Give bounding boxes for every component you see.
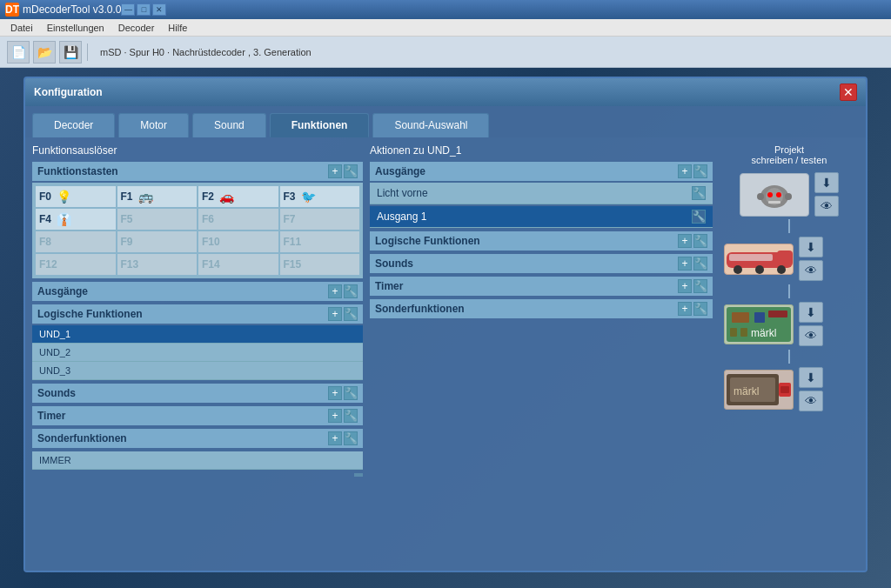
tab-decoder[interactable]: Decoder xyxy=(32,113,115,137)
svg-rect-18 xyxy=(740,328,747,337)
fkey-f9[interactable]: F9 xyxy=(117,231,198,252)
config-close-button[interactable]: ✕ xyxy=(840,84,857,101)
add-logische-left-button[interactable]: + xyxy=(328,307,342,321)
fkey-f1-label: F1 xyxy=(121,190,137,203)
svg-point-6 xyxy=(785,193,792,200)
wrench-sounds-left-button[interactable]: 🔧 xyxy=(344,386,358,400)
fkey-f13[interactable]: F13 xyxy=(117,254,198,275)
fkey-f6[interactable]: F6 xyxy=(198,209,278,230)
fkey-f11[interactable]: F11 xyxy=(280,231,360,252)
add-funktionstasten-button[interactable]: + xyxy=(328,164,342,178)
und-item-3[interactable]: UND_3 xyxy=(32,362,363,380)
view-usb-button[interactable]: 👁 xyxy=(799,391,823,411)
fkey-f7[interactable]: F7 xyxy=(280,209,360,230)
wrench-logische-mid-button[interactable]: 🔧 xyxy=(693,234,707,248)
write-label: Projektschreiben / testen xyxy=(752,144,827,165)
fkey-f1[interactable]: F1 🚌 xyxy=(117,186,198,207)
wrench-timer-mid-button[interactable]: 🔧 xyxy=(693,279,707,293)
add-sounds-mid-button[interactable]: + xyxy=(678,257,692,271)
add-sonder-mid-button[interactable]: + xyxy=(678,302,692,316)
tab-sound[interactable]: Sound xyxy=(192,113,266,137)
wrench-ausgaenge-mid-button[interactable]: 🔧 xyxy=(693,164,707,178)
wrench-ausgaenge-left-button[interactable]: 🔧 xyxy=(344,284,358,298)
fkey-f8[interactable]: F8 xyxy=(36,231,116,252)
svg-point-10 xyxy=(755,265,764,274)
immer-item[interactable]: IMMER xyxy=(32,451,363,470)
und-item-1[interactable]: UND_1 xyxy=(32,325,363,344)
section-sonder-left[interactable]: Sonderfunktionen + 🔧 xyxy=(32,429,363,448)
fkey-f4[interactable]: F4 👔 xyxy=(36,209,116,230)
add-timer-mid-button[interactable]: + xyxy=(678,279,692,293)
tab-sound-auswahl[interactable]: Sound-Auswahl xyxy=(372,113,489,137)
add-timer-left-button[interactable]: + xyxy=(328,409,342,423)
wrench-funktionstasten-button[interactable]: 🔧 xyxy=(344,164,358,178)
connector-line-3 xyxy=(788,350,790,364)
add-logische-mid-button[interactable]: + xyxy=(678,234,692,248)
download-train-button[interactable]: ⬇ xyxy=(799,237,823,257)
tab-motor[interactable]: Motor xyxy=(118,113,189,137)
fkey-f14[interactable]: F14 xyxy=(198,254,278,275)
left-panel-title: Funktionsauslöser xyxy=(32,144,363,157)
wrench-sonder-left-button[interactable]: 🔧 xyxy=(344,431,358,445)
board-image: märkl xyxy=(725,305,793,344)
view-board-button[interactable]: 👁 xyxy=(799,325,823,346)
ausgang-1-item[interactable]: Ausgang 1 🔧 xyxy=(370,206,713,228)
section-sonder-mid[interactable]: Sonderfunktionen + 🔧 xyxy=(370,299,713,318)
add-ausgaenge-left-button[interactable]: + xyxy=(328,284,342,298)
und-item-2[interactable]: UND_2 xyxy=(32,344,363,362)
svg-point-9 xyxy=(734,265,742,274)
svg-text:märkl: märkl xyxy=(734,385,759,398)
fkey-f2[interactable]: F2 🚗 xyxy=(198,186,278,207)
section-sounds-mid[interactable]: Sounds + 🔧 xyxy=(370,254,713,273)
add-sonder-left-button[interactable]: + xyxy=(328,431,342,445)
menu-einstellungen[interactable]: Einstellungen xyxy=(40,21,111,35)
wrench-logische-left-button[interactable]: 🔧 xyxy=(344,307,358,321)
section-sounds-left[interactable]: Sounds + 🔧 xyxy=(32,384,363,403)
fkey-f12[interactable]: F12 xyxy=(36,254,116,275)
titlebar: DT mDecoderTool v3.0.0 — □ ✕ xyxy=(0,0,891,19)
wrench-licht-vorne-button[interactable]: 🔧 xyxy=(692,186,706,200)
fkey-f5-label: F5 xyxy=(121,213,137,225)
minimize-button[interactable]: — xyxy=(121,3,135,16)
wrench-timer-left-button[interactable]: 🔧 xyxy=(344,409,358,423)
section-logische-left[interactable]: Logische Funktionen + 🔧 xyxy=(32,304,363,324)
fkey-f6-label: F6 xyxy=(202,213,218,225)
fkey-f15[interactable]: F15 xyxy=(280,254,360,275)
wrench-sounds-mid-button[interactable]: 🔧 xyxy=(693,257,707,271)
timer-mid-label: Timer xyxy=(375,280,676,292)
add-ausgaenge-mid-button[interactable]: + xyxy=(678,164,692,178)
open-file-button[interactable]: 📂 xyxy=(33,41,56,63)
maximize-button[interactable]: □ xyxy=(137,3,151,16)
wrench-sonder-mid-button[interactable]: 🔧 xyxy=(693,302,707,316)
fkey-f10[interactable]: F10 xyxy=(198,231,278,252)
fkey-f5[interactable]: F5 xyxy=(117,209,198,230)
close-window-button[interactable]: ✕ xyxy=(152,3,166,16)
tab-funktionen[interactable]: Funktionen xyxy=(270,113,370,137)
section-ausgaenge-mid[interactable]: Ausgänge + 🔧 xyxy=(370,162,713,181)
fkey-f3[interactable]: F3 🐦 xyxy=(280,186,360,207)
add-sounds-left-button[interactable]: + xyxy=(328,386,342,400)
window-controls[interactable]: — □ ✕ xyxy=(121,3,166,16)
download-usb-button[interactable]: ⬇ xyxy=(799,367,823,388)
menu-datei[interactable]: Datei xyxy=(3,21,40,35)
section-funktionstasten[interactable]: Funktionstasten + 🔧 xyxy=(32,162,363,181)
fkey-f13-label: F13 xyxy=(121,258,139,271)
new-file-button[interactable]: 📄 xyxy=(7,41,30,63)
menu-decoder[interactable]: Decoder xyxy=(111,21,162,35)
view-robot-button[interactable]: 👁 xyxy=(814,196,839,217)
section-logische-mid[interactable]: Logische Funktionen + 🔧 xyxy=(370,231,713,251)
section-ausgaenge-left[interactable]: Ausgänge + 🔧 xyxy=(32,282,363,301)
fkey-f0[interactable]: F0 💡 xyxy=(36,186,116,207)
download-robot-button[interactable]: ⬇ xyxy=(814,172,839,193)
view-train-button[interactable]: 👁 xyxy=(799,260,823,281)
svg-rect-4 xyxy=(768,201,780,204)
save-file-button[interactable]: 💾 xyxy=(59,41,82,63)
section-timer-left[interactable]: Timer + 🔧 xyxy=(32,406,363,425)
section-timer-mid[interactable]: Timer + 🔧 xyxy=(370,277,713,296)
wrench-ausgang-1-button[interactable]: 🔧 xyxy=(692,210,706,224)
download-board-button[interactable]: ⬇ xyxy=(799,302,823,323)
sounds-left-label: Sounds xyxy=(37,387,326,399)
menu-hilfe[interactable]: Hilfe xyxy=(161,21,194,35)
left-panel: Funktionsauslöser Funktionstasten + 🔧 F0… xyxy=(32,144,363,564)
licht-vorne-item[interactable]: Licht vorne 🔧 xyxy=(370,183,713,204)
